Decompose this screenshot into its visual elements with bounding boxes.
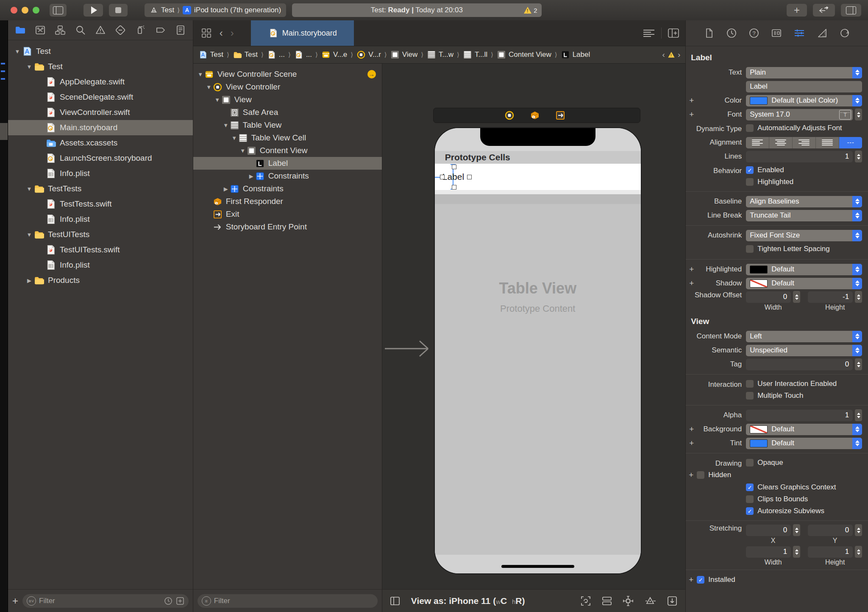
embed-in-icon[interactable] (667, 595, 678, 606)
exit-icon[interactable] (555, 110, 566, 121)
number-input[interactable]: -1 (808, 291, 853, 303)
project-navigator-icon[interactable] (15, 25, 26, 36)
stepper-icon[interactable] (855, 291, 862, 303)
issue-navigator-icon[interactable] (95, 25, 106, 36)
checkbox-row[interactable]: +Hidden (746, 470, 836, 480)
checkbox-row[interactable]: User Interaction Enabled (746, 380, 837, 388)
file-row[interactable]: ▼Test (8, 59, 193, 74)
color-well-dropdown[interactable]: Default (746, 424, 862, 435)
disclosure-open-icon[interactable]: ▼ (205, 84, 213, 90)
outline-row[interactable]: ▼Content View (193, 144, 382, 157)
number-input[interactable]: 1 (746, 546, 791, 558)
disclosure-open-icon[interactable]: ▼ (239, 148, 247, 154)
align-justify-segment[interactable] (816, 137, 839, 148)
attributes-inspector-icon[interactable] (793, 28, 805, 39)
disclosure-closed-icon[interactable]: ▶ (248, 173, 255, 179)
navigator-filter-field[interactable]: ≡˅ Filter (22, 594, 189, 608)
breadcrumb-item[interactable]: T...ll (463, 50, 487, 59)
number-input[interactable]: 1 (746, 410, 853, 421)
disclosure-open-icon[interactable]: ▼ (222, 122, 230, 129)
add-constraints-icon[interactable] (623, 595, 634, 606)
checkbox-checked[interactable]: ✓ (746, 507, 754, 515)
file-row[interactable]: SceneDelegate.swift (8, 89, 193, 105)
document-outline-toggle-icon[interactable] (643, 28, 655, 38)
minimize-window-button[interactable] (22, 7, 28, 14)
checkbox[interactable] (697, 471, 704, 479)
number-input[interactable]: 1 (746, 151, 853, 162)
checkbox-row[interactable]: ✓Enabled (746, 166, 793, 174)
add-variation-button[interactable]: + (689, 439, 694, 448)
resolve-autolayout-icon[interactable] (645, 595, 657, 606)
scheme-selector[interactable]: Test ⟩ iPod touch (7th generation) (145, 3, 286, 17)
outline-row[interactable]: 1First Responder (193, 195, 382, 208)
file-row[interactable]: ▼TestTests (8, 181, 193, 196)
breadcrumb-item[interactable]: Content View (497, 50, 551, 59)
file-row[interactable]: Info.plist (8, 166, 193, 181)
first-responder-icon[interactable]: 1 (529, 110, 540, 121)
align-center-segment[interactable] (769, 137, 793, 148)
stop-button[interactable] (109, 4, 128, 17)
color-well-dropdown[interactable]: Default (746, 264, 862, 275)
file-row[interactable]: TestTests.swift (8, 196, 193, 212)
source-control-icon[interactable] (35, 25, 46, 36)
align-natural-segment[interactable]: --- (839, 137, 862, 148)
file-row[interactable]: ▶Products (8, 273, 193, 288)
selected-label[interactable]: Label (442, 172, 464, 182)
checkbox-row[interactable]: ✓Autoresize Subviews (746, 507, 836, 515)
number-input[interactable]: 1 (808, 546, 853, 558)
checkbox[interactable] (746, 459, 754, 467)
color-well-dropdown[interactable]: Default (746, 438, 862, 449)
disclosure-open-icon[interactable]: ▼ (214, 97, 221, 103)
breadcrumb-item[interactable]: Test (233, 50, 258, 59)
scene-goto-arrow-icon[interactable]: → (367, 70, 376, 78)
view-controller-icon[interactable] (504, 110, 515, 121)
checkbox-row[interactable]: ✓Clears Graphics Context (746, 483, 836, 492)
add-variation-button[interactable]: + (689, 575, 693, 584)
test-navigator-icon[interactable] (115, 25, 126, 36)
disclosure-closed-icon[interactable]: ▶ (222, 186, 230, 192)
add-variation-button[interactable]: + (689, 110, 694, 119)
add-variation-button[interactable]: + (689, 96, 694, 105)
outline-row[interactable]: Label (193, 157, 382, 170)
number-input[interactable]: 0 (746, 291, 791, 303)
file-row[interactable]: LaunchScreen.storyboard (8, 151, 193, 166)
outline-row[interactable]: ▶Constraints (193, 182, 382, 195)
stepper-icon[interactable] (855, 358, 862, 370)
update-frames-icon[interactable] (580, 595, 591, 606)
quick-help-icon[interactable]: ? (748, 28, 760, 39)
canvas-viewport[interactable]: 1 Prototype Cells Label (382, 64, 685, 589)
storyboard-entry-point-arrow[interactable] (383, 338, 433, 359)
checkbox[interactable] (746, 178, 754, 186)
disclosure-closed-icon[interactable]: ▶ (25, 277, 33, 284)
stepper-icon[interactable] (855, 546, 862, 558)
device-preview[interactable]: Prototype Cells Label (434, 127, 642, 574)
file-row[interactable]: AppDelegate.swift (8, 74, 193, 89)
recent-files-icon[interactable] (164, 597, 172, 605)
debug-navigator-icon[interactable] (135, 25, 146, 36)
file-row[interactable]: Info.plist (8, 257, 193, 273)
identity-inspector-icon[interactable] (771, 28, 782, 39)
file-inspector-icon[interactable] (704, 28, 715, 39)
file-row[interactable]: Info.plist (8, 212, 193, 227)
resize-handle-right[interactable] (467, 175, 472, 179)
dropdown[interactable]: Left (746, 331, 862, 342)
stepper-icon[interactable] (855, 409, 862, 421)
add-variation-button[interactable]: + (689, 425, 694, 434)
checkbox-checked[interactable]: ✓ (746, 483, 754, 491)
outline-row[interactable]: Exit (193, 208, 382, 221)
breadcrumb-item[interactable]: ... (267, 50, 285, 59)
disclosure-open-icon[interactable]: ▼ (25, 64, 33, 70)
outline-row[interactable]: Safe Area (193, 106, 382, 119)
stepper-icon[interactable] (793, 291, 800, 303)
close-window-button[interactable] (11, 7, 17, 14)
source-control-filter-icon[interactable] (176, 597, 184, 605)
add-variation-button[interactable]: + (689, 279, 694, 288)
forward-button[interactable]: › (231, 27, 234, 39)
breadcrumb-item[interactable]: Test (198, 50, 223, 59)
dropdown[interactable]: Unspecified (746, 345, 862, 356)
previous-issue-button[interactable]: ‹ (662, 50, 665, 59)
checkbox[interactable] (746, 380, 754, 388)
symbol-navigator-icon[interactable] (55, 25, 66, 36)
stepper-icon[interactable] (793, 546, 800, 558)
checkbox[interactable] (746, 245, 754, 253)
